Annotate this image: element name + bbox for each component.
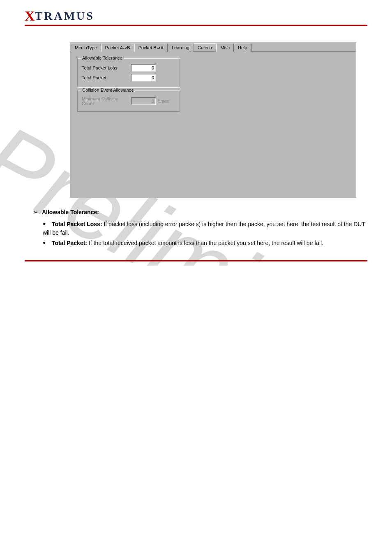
label-min-collision: Minimum Collision Count	[82, 96, 131, 106]
tab-learning[interactable]: Learning	[168, 44, 194, 52]
text-allowable-head: Allowable Tolerance:	[42, 209, 99, 215]
tab-criteria[interactable]: Criteria	[194, 43, 216, 51]
logo-text: TRAMUS	[35, 9, 95, 22]
group-collision-legend: Collision Event Allowance	[81, 88, 135, 92]
tab-help[interactable]: Help	[234, 44, 251, 52]
logo-x: X	[25, 8, 35, 23]
row-total-packet-loss: Total Packet Loss	[82, 64, 175, 72]
group-collision-event: Collision Event Allowance Minimum Collis…	[77, 90, 180, 112]
unit-times: times	[158, 99, 169, 104]
header-divider	[25, 25, 367, 26]
tab-mediatype[interactable]: MediaType	[71, 44, 101, 52]
text-tp-body: If the total received packet amount is l…	[87, 240, 323, 246]
tab-packet-ab[interactable]: Packet A->B	[101, 44, 134, 52]
tab-misc[interactable]: Misc	[216, 44, 234, 52]
item-allowable-tolerance: ➢ Allowable Tolerance:	[33, 208, 367, 217]
text-tp-head: Total Packet:	[52, 240, 87, 246]
input-total-packet-loss[interactable]	[131, 64, 156, 72]
label-total-packet: Total Packet	[82, 75, 131, 80]
bullet-icon: ●	[43, 239, 50, 246]
item-total-packet-loss: ● Total Packet Loss: If packet loss (inc…	[43, 220, 367, 237]
tab-criteria-body: Allowable Tolerance Total Packet Loss To…	[70, 52, 356, 198]
text-tpl-head: Total Packet Loss:	[52, 221, 102, 227]
arrow-icon: ➢	[33, 208, 40, 217]
input-total-packet[interactable]	[131, 74, 156, 81]
group-allowable-tolerance: Allowable Tolerance Total Packet Loss To…	[77, 58, 180, 88]
tab-packet-ba[interactable]: Packet B->A	[134, 44, 168, 52]
item-total-packet: ● Total Packet: If the total received pa…	[43, 239, 367, 247]
body-text: ➢ Allowable Tolerance: ● Total Packet Lo…	[33, 208, 367, 247]
tab-strip: MediaType Packet A->B Packet B->A Learni…	[70, 42, 356, 52]
row-min-collision: Minimum Collision Count times	[82, 96, 175, 106]
criteria-panel: MediaType Packet A->B Packet B->A Learni…	[70, 42, 356, 198]
footer	[25, 260, 367, 261]
footer-divider	[25, 260, 367, 261]
logo: XTRAMUS	[25, 8, 367, 24]
group-allowable-legend: Allowable Tolerance	[81, 56, 124, 60]
input-min-collision	[131, 97, 156, 105]
label-total-packet-loss: Total Packet Loss	[82, 65, 131, 70]
bullet-icon: ●	[43, 220, 50, 227]
row-total-packet: Total Packet	[82, 74, 175, 81]
